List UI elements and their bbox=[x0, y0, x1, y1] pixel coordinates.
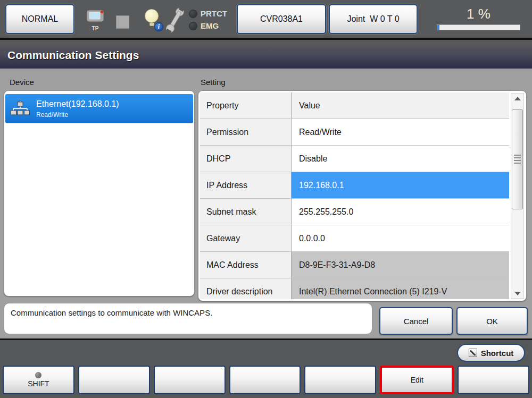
scrollbar-down-button[interactable] bbox=[511, 289, 523, 298]
value-cell[interactable]: Intel(R) Ethernet Connection (5) I219-V bbox=[292, 278, 509, 299]
shortcut-icon bbox=[469, 349, 477, 357]
joint-mode-button[interactable]: Joint W 0 T 0 bbox=[329, 4, 418, 34]
content-area: Device Setting Ethernet(192.168.0.1) bbox=[0, 69, 532, 338]
property-cell: MAC Address bbox=[200, 252, 292, 278]
emg-indicator-row: EMG bbox=[189, 21, 219, 30]
program-name-button[interactable]: CVR038A1 bbox=[237, 4, 326, 34]
teach-pendant-icon: TP bbox=[84, 9, 106, 31]
shortcut-button-label: Shortcut bbox=[481, 349, 514, 358]
help-message-text: Communication settings to communicate wi… bbox=[11, 308, 212, 317]
device-list-panel: Ethernet(192.168.0.1) Read/Write bbox=[4, 90, 195, 297]
value-cell[interactable]: D8-9E-F3-31-A9-D8 bbox=[292, 252, 509, 278]
emg-lamp-icon bbox=[189, 22, 197, 30]
shortcut-button[interactable]: Shortcut bbox=[457, 344, 525, 362]
function-key-row: SHIFT Edit bbox=[3, 366, 529, 394]
function-key-empty-4[interactable] bbox=[229, 366, 301, 394]
function-key-empty-5[interactable] bbox=[304, 366, 376, 394]
ok-button[interactable]: OK bbox=[456, 307, 528, 335]
property-cell: Property bbox=[200, 92, 292, 118]
setting-section-label: Setting bbox=[201, 78, 226, 87]
teach-pendant-device-icon bbox=[85, 9, 105, 23]
value-cell[interactable]: Disable bbox=[292, 146, 509, 172]
scrollbar-up-button[interactable] bbox=[511, 94, 523, 103]
speed-percent-label: 1 % bbox=[437, 6, 520, 22]
property-cell: Subnet mask bbox=[200, 199, 292, 225]
prtct-lamp-icon bbox=[189, 10, 197, 18]
mode-button[interactable]: NORMAL bbox=[5, 4, 74, 34]
lamp-base-icon bbox=[149, 23, 154, 26]
table-row-ip-address: IP Address 192.168.0.1 bbox=[200, 172, 509, 199]
function-key-edit[interactable]: Edit bbox=[380, 366, 454, 394]
function-key-empty-3[interactable] bbox=[154, 366, 226, 394]
wrench-icon bbox=[165, 5, 185, 37]
speed-progress-bar bbox=[437, 24, 520, 30]
up-arrow-icon bbox=[514, 97, 521, 100]
function-key-label: Edit bbox=[411, 376, 423, 384]
prtct-indicator-row: PRTCT bbox=[189, 9, 227, 18]
settings-table: Property Value Permission Read/Write DHC… bbox=[200, 92, 509, 299]
function-key-empty-2[interactable] bbox=[78, 366, 150, 394]
device-item-ethernet[interactable]: Ethernet(192.168.0.1) Read/Write bbox=[5, 94, 193, 123]
table-row-mac-address: MAC Address D8-9E-F3-31-A9-D8 bbox=[200, 252, 509, 278]
device-item-text: Ethernet(192.168.0.1) Read/Write bbox=[36, 99, 119, 118]
prtct-label: PRTCT bbox=[201, 9, 227, 18]
function-key-shift[interactable]: SHIFT bbox=[3, 366, 74, 394]
function-key-label: SHIFT bbox=[28, 379, 49, 388]
property-cell: Gateway bbox=[200, 225, 292, 251]
value-cell: Value bbox=[292, 92, 509, 118]
tp-label: TP bbox=[84, 26, 106, 31]
property-cell: IP Address bbox=[200, 172, 292, 198]
scrollbar-thumb[interactable] bbox=[512, 109, 523, 209]
property-cell: DHCP bbox=[200, 146, 292, 172]
shift-indicator-dot-icon bbox=[35, 372, 41, 378]
teach-pendant-screen: NORMAL TP i bbox=[0, 0, 532, 398]
cancel-button[interactable]: Cancel bbox=[379, 307, 453, 335]
stop-square-icon bbox=[116, 15, 129, 29]
network-icon bbox=[11, 100, 30, 117]
page-title: Communication Settings bbox=[7, 49, 139, 62]
table-row-driver-description: Driver description Intel(R) Ethernet Con… bbox=[200, 278, 509, 299]
property-cell: Driver description bbox=[200, 278, 292, 299]
table-row-subnet-mask: Subnet mask 255.255.255.0 bbox=[200, 199, 509, 225]
lamp-icon bbox=[145, 9, 159, 23]
scrollbar-grip-icon bbox=[514, 155, 521, 164]
table-row-dhcp: DHCP Disable bbox=[200, 146, 509, 172]
value-cell[interactable]: 0.0.0.0 bbox=[292, 225, 509, 251]
top-status-bar: NORMAL TP i bbox=[0, 0, 532, 40]
bottom-bar: Shortcut SHIFT Edit bbox=[0, 338, 532, 398]
table-row-gateway: Gateway 0.0.0.0 bbox=[200, 225, 509, 252]
function-key-empty-7[interactable] bbox=[458, 366, 529, 394]
device-section-label: Device bbox=[10, 78, 34, 87]
device-permission: Read/Write bbox=[36, 111, 119, 118]
value-cell[interactable]: 255.255.255.0 bbox=[292, 199, 509, 225]
settings-table-panel: Property Value Permission Read/Write DHC… bbox=[198, 90, 527, 301]
property-cell: Permission bbox=[200, 119, 292, 145]
device-name: Ethernet(192.168.0.1) bbox=[36, 99, 119, 109]
down-arrow-icon bbox=[514, 292, 521, 295]
info-badge-icon: i bbox=[154, 22, 163, 31]
table-row-property: Property Value bbox=[200, 92, 509, 119]
value-cell[interactable]: Read/Write bbox=[292, 119, 509, 145]
title-bar: Communication Settings bbox=[0, 42, 532, 69]
table-row-permission: Permission Read/Write bbox=[200, 119, 509, 146]
settings-scrollbar[interactable] bbox=[511, 93, 524, 299]
emg-label: EMG bbox=[201, 21, 219, 30]
speed-progress-fill bbox=[437, 25, 439, 30]
help-message-box: Communication settings to communicate wi… bbox=[4, 303, 372, 334]
value-cell[interactable]: 192.168.0.1 bbox=[292, 172, 509, 198]
